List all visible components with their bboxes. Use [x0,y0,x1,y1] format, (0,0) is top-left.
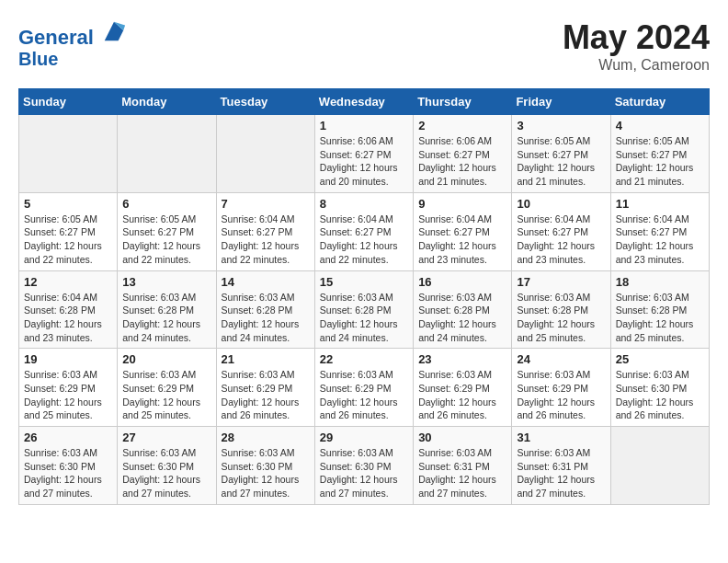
calendar-day-cell: 10Sunrise: 6:04 AMSunset: 6:27 PMDayligh… [512,192,610,270]
day-number: 20 [122,352,210,366]
day-info: Sunrise: 6:06 AMSunset: 6:27 PMDaylight:… [418,134,506,189]
day-number: 19 [24,352,112,366]
day-info: Sunrise: 6:05 AMSunset: 6:27 PMDaylight:… [517,134,605,189]
day-info: Sunrise: 6:03 AMSunset: 6:29 PMDaylight:… [320,368,408,422]
day-info: Sunrise: 6:03 AMSunset: 6:29 PMDaylight:… [517,368,605,422]
calendar-day-cell: 31Sunrise: 6:03 AMSunset: 6:31 PMDayligh… [512,427,610,505]
day-number: 17 [517,275,605,289]
calendar-day-cell: 9Sunrise: 6:04 AMSunset: 6:27 PMDaylight… [414,192,512,270]
calendar-week-row: 19Sunrise: 6:03 AMSunset: 6:29 PMDayligh… [19,349,710,427]
calendar-day-cell: 23Sunrise: 6:03 AMSunset: 6:29 PMDayligh… [414,349,512,427]
calendar-day-cell: 25Sunrise: 6:03 AMSunset: 6:30 PMDayligh… [610,349,709,427]
title-block: May 2024 Wum, Cameroon [563,18,710,74]
day-info: Sunrise: 6:03 AMSunset: 6:29 PMDaylight:… [222,368,310,422]
calendar-day-cell: 29Sunrise: 6:03 AMSunset: 6:30 PMDayligh… [314,427,413,505]
calendar-table: SundayMondayTuesdayWednesdayThursdayFrid… [18,88,710,505]
calendar-header-cell: Friday [512,89,610,115]
day-info: Sunrise: 6:04 AMSunset: 6:27 PMDaylight:… [517,213,605,267]
day-number: 29 [320,431,408,444]
day-number: 28 [222,431,310,444]
calendar-body: 1Sunrise: 6:06 AMSunset: 6:27 PMDaylight… [19,115,710,505]
day-info: Sunrise: 6:04 AMSunset: 6:27 PMDaylight:… [222,213,310,267]
calendar-day-cell: 2Sunrise: 6:06 AMSunset: 6:27 PMDaylight… [414,115,512,193]
calendar-day-cell: 30Sunrise: 6:03 AMSunset: 6:31 PMDayligh… [414,427,512,505]
calendar-day-cell: 21Sunrise: 6:03 AMSunset: 6:29 PMDayligh… [216,349,314,427]
calendar-day-cell [610,427,709,505]
calendar-day-cell [19,115,118,193]
day-info: Sunrise: 6:03 AMSunset: 6:30 PMDaylight:… [24,446,112,500]
day-number: 5 [24,197,112,211]
calendar-day-cell: 14Sunrise: 6:03 AMSunset: 6:28 PMDayligh… [216,270,314,349]
day-number: 8 [320,197,408,211]
day-number: 3 [517,119,605,132]
day-info: Sunrise: 6:05 AMSunset: 6:27 PMDaylight:… [616,134,704,189]
day-number: 11 [616,197,704,211]
calendar-week-row: 1Sunrise: 6:06 AMSunset: 6:27 PMDaylight… [19,115,710,193]
calendar-day-cell: 16Sunrise: 6:03 AMSunset: 6:28 PMDayligh… [414,270,512,349]
day-info: Sunrise: 6:03 AMSunset: 6:28 PMDaylight:… [122,291,210,345]
month-title: May 2024 [563,18,710,57]
day-info: Sunrise: 6:03 AMSunset: 6:30 PMDaylight:… [320,446,408,500]
day-info: Sunrise: 6:03 AMSunset: 6:30 PMDaylight:… [616,368,704,422]
calendar-header-cell: Wednesday [314,89,413,115]
day-number: 2 [418,119,506,132]
day-number: 14 [222,275,310,289]
calendar-header-cell: Sunday [19,89,118,115]
calendar-day-cell: 18Sunrise: 6:03 AMSunset: 6:28 PMDayligh… [610,270,709,349]
day-info: Sunrise: 6:04 AMSunset: 6:28 PMDaylight:… [24,291,112,345]
calendar-week-row: 12Sunrise: 6:04 AMSunset: 6:28 PMDayligh… [19,270,710,349]
calendar-day-cell: 17Sunrise: 6:03 AMSunset: 6:28 PMDayligh… [512,270,610,349]
day-info: Sunrise: 6:06 AMSunset: 6:27 PMDaylight:… [320,134,408,189]
day-info: Sunrise: 6:03 AMSunset: 6:31 PMDaylight:… [517,446,605,500]
day-info: Sunrise: 6:03 AMSunset: 6:30 PMDaylight:… [222,446,310,500]
day-info: Sunrise: 6:03 AMSunset: 6:30 PMDaylight:… [122,446,210,500]
calendar-header-cell: Saturday [610,89,709,115]
day-number: 30 [418,431,506,444]
calendar-day-cell: 12Sunrise: 6:04 AMSunset: 6:28 PMDayligh… [19,270,118,349]
calendar-day-cell: 24Sunrise: 6:03 AMSunset: 6:29 PMDayligh… [512,349,610,427]
day-info: Sunrise: 6:05 AMSunset: 6:27 PMDaylight:… [122,213,210,267]
calendar-day-cell: 11Sunrise: 6:04 AMSunset: 6:27 PMDayligh… [610,192,709,270]
calendar-day-cell: 4Sunrise: 6:05 AMSunset: 6:27 PMDaylight… [610,115,709,193]
day-info: Sunrise: 6:03 AMSunset: 6:31 PMDaylight:… [418,446,506,500]
calendar-header: SundayMondayTuesdayWednesdayThursdayFrid… [19,89,710,115]
day-info: Sunrise: 6:03 AMSunset: 6:29 PMDaylight:… [122,368,210,422]
day-number: 31 [517,431,605,444]
day-info: Sunrise: 6:04 AMSunset: 6:27 PMDaylight:… [320,213,408,267]
logo-blue: Blue [18,49,127,69]
day-number: 21 [222,352,310,366]
day-number: 27 [122,431,210,444]
calendar-header-cell: Thursday [414,89,512,115]
day-info: Sunrise: 6:04 AMSunset: 6:27 PMDaylight:… [616,213,704,267]
calendar-day-cell: 6Sunrise: 6:05 AMSunset: 6:27 PMDaylight… [118,192,216,270]
day-number: 13 [122,275,210,289]
day-number: 1 [320,119,408,132]
calendar-day-cell: 5Sunrise: 6:05 AMSunset: 6:27 PMDaylight… [19,192,118,270]
day-number: 12 [24,275,112,289]
calendar-header-cell: Monday [118,89,216,115]
day-number: 23 [418,352,506,366]
calendar-day-cell: 27Sunrise: 6:03 AMSunset: 6:30 PMDayligh… [118,427,216,505]
logo-text: General [18,18,127,49]
day-info: Sunrise: 6:03 AMSunset: 6:28 PMDaylight:… [517,291,605,345]
day-number: 22 [320,352,408,366]
calendar-day-cell: 28Sunrise: 6:03 AMSunset: 6:30 PMDayligh… [216,427,314,505]
calendar-day-cell [216,115,314,193]
day-info: Sunrise: 6:03 AMSunset: 6:29 PMDaylight:… [418,368,506,422]
calendar-day-cell: 15Sunrise: 6:03 AMSunset: 6:28 PMDayligh… [314,270,413,349]
calendar-day-cell: 8Sunrise: 6:04 AMSunset: 6:27 PMDaylight… [314,192,413,270]
calendar-day-cell: 22Sunrise: 6:03 AMSunset: 6:29 PMDayligh… [314,349,413,427]
calendar-day-cell: 1Sunrise: 6:06 AMSunset: 6:27 PMDaylight… [314,115,413,193]
page-header: General Blue May 2024 Wum, Cameroon [18,18,710,74]
day-info: Sunrise: 6:03 AMSunset: 6:28 PMDaylight:… [320,291,408,345]
calendar-day-cell: 13Sunrise: 6:03 AMSunset: 6:28 PMDayligh… [118,270,216,349]
calendar-day-cell: 26Sunrise: 6:03 AMSunset: 6:30 PMDayligh… [19,427,118,505]
day-info: Sunrise: 6:03 AMSunset: 6:28 PMDaylight:… [222,291,310,345]
day-info: Sunrise: 6:03 AMSunset: 6:29 PMDaylight:… [24,368,112,422]
calendar-day-cell: 7Sunrise: 6:04 AMSunset: 6:27 PMDaylight… [216,192,314,270]
day-number: 7 [222,197,310,211]
day-number: 25 [616,352,704,366]
location-title: Wum, Cameroon [563,57,710,74]
day-number: 16 [418,275,506,289]
day-info: Sunrise: 6:03 AMSunset: 6:28 PMDaylight:… [616,291,704,345]
